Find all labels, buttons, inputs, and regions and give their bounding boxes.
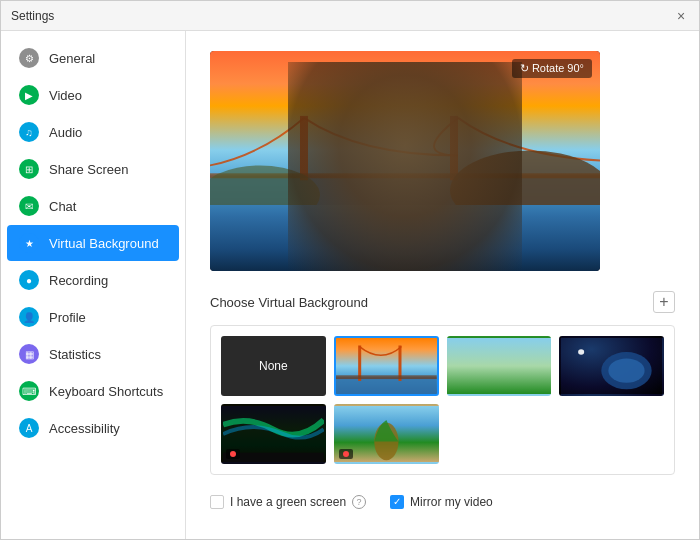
mirror-option[interactable]: ✓ Mirror my video [390, 495, 493, 509]
add-background-button[interactable]: + [653, 291, 675, 313]
bg-item-nature[interactable] [447, 336, 552, 396]
svg-rect-6 [336, 377, 437, 394]
sidebar-label-virtual-background: Virtual Background [49, 236, 159, 251]
sidebar-item-virtual-background[interactable]: ★Virtual Background [7, 225, 179, 261]
video-preview: ↻ Rotate 90° [210, 51, 600, 271]
background-grid: None [210, 325, 675, 475]
close-button[interactable]: × [673, 8, 689, 24]
sidebar-item-video[interactable]: ▶Video [7, 77, 179, 113]
sidebar-item-accessibility[interactable]: AAccessibility [7, 410, 179, 446]
accessibility-icon: A [19, 418, 39, 438]
sidebar: ⚙General▶Video♫Audio⊞Share Screen✉Chat★V… [1, 31, 186, 539]
settings-window: Settings × ⚙General▶Video♫Audio⊞Share Sc… [0, 0, 700, 540]
audio-icon: ♫ [19, 122, 39, 142]
chat-icon: ✉ [19, 196, 39, 216]
sidebar-label-accessibility: Accessibility [49, 421, 120, 436]
person-face [288, 62, 522, 271]
sidebar-item-recording[interactable]: ●Recording [7, 262, 179, 298]
bg-item-aurora[interactable] [221, 404, 326, 464]
svg-rect-9 [336, 375, 437, 379]
sidebar-label-video: Video [49, 88, 82, 103]
bg-item-beach[interactable] [334, 404, 439, 464]
mirror-label: Mirror my video [410, 495, 493, 509]
video-indicator [226, 449, 240, 459]
content-area: ⚙General▶Video♫Audio⊞Share Screen✉Chat★V… [1, 31, 699, 539]
sidebar-label-chat: Chat [49, 199, 76, 214]
virtual-background-icon: ★ [19, 233, 39, 253]
sidebar-item-share-screen[interactable]: ⊞Share Screen [7, 151, 179, 187]
sidebar-item-profile[interactable]: 👤Profile [7, 299, 179, 335]
bg-item-none[interactable]: None [221, 336, 326, 396]
sidebar-label-share-screen: Share Screen [49, 162, 129, 177]
svg-point-11 [609, 359, 645, 383]
video-indicator [339, 449, 353, 459]
statistics-icon: ▦ [19, 344, 39, 364]
sidebar-item-general[interactable]: ⚙General [7, 40, 179, 76]
footer-options: I have a green screen ? ✓ Mirror my vide… [210, 495, 675, 509]
rotate-button[interactable]: ↻ Rotate 90° [512, 59, 592, 78]
section-header: Choose Virtual Background + [210, 291, 675, 313]
sidebar-item-keyboard-shortcuts[interactable]: ⌨Keyboard Shortcuts [7, 373, 179, 409]
help-icon[interactable]: ? [352, 495, 366, 509]
sidebar-item-audio[interactable]: ♫Audio [7, 114, 179, 150]
title-bar: Settings × [1, 1, 699, 31]
general-icon: ⚙ [19, 48, 39, 68]
profile-icon: 👤 [19, 307, 39, 327]
sidebar-label-profile: Profile [49, 310, 86, 325]
share-screen-icon: ⊞ [19, 159, 39, 179]
sidebar-label-recording: Recording [49, 273, 108, 288]
sidebar-item-statistics[interactable]: ▦Statistics [7, 336, 179, 372]
section-title: Choose Virtual Background [210, 295, 368, 310]
green-screen-checkbox[interactable] [210, 495, 224, 509]
sidebar-label-statistics: Statistics [49, 347, 101, 362]
sidebar-item-chat[interactable]: ✉Chat [7, 188, 179, 224]
green-screen-option[interactable]: I have a green screen ? [210, 495, 366, 509]
window-title: Settings [11, 9, 54, 23]
checkmark-icon: ✓ [393, 497, 401, 507]
recording-icon: ● [19, 270, 39, 290]
main-panel: ↻ Rotate 90° Choose Virtual Background +… [186, 31, 699, 539]
sidebar-label-general: General [49, 51, 95, 66]
keyboard-shortcuts-icon: ⌨ [19, 381, 39, 401]
bg-item-space[interactable] [559, 336, 664, 396]
sidebar-label-audio: Audio [49, 125, 82, 140]
video-icon: ▶ [19, 85, 39, 105]
bg-item-golden-gate[interactable] [334, 336, 439, 396]
green-screen-label: I have a green screen [230, 495, 346, 509]
sidebar-label-keyboard-shortcuts: Keyboard Shortcuts [49, 384, 163, 399]
svg-point-12 [578, 349, 584, 355]
bg-none-label: None [259, 359, 288, 373]
mirror-checkbox[interactable]: ✓ [390, 495, 404, 509]
